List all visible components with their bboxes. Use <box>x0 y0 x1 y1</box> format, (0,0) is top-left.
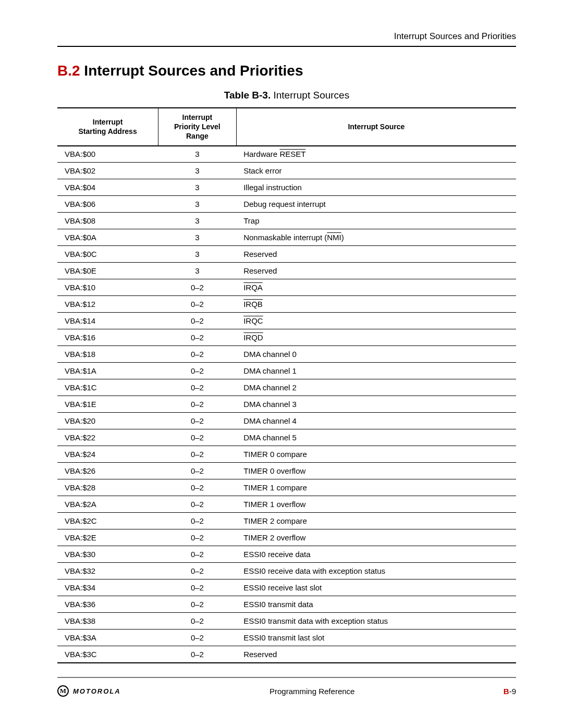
cell-address: VBA:$16 <box>57 329 158 346</box>
cell-source: ESSI0 transmit data <box>236 596 516 613</box>
cell-source: ESSI0 receive data <box>236 546 516 563</box>
cell-priority: 3 <box>158 179 237 196</box>
cell-priority: 0–2 <box>158 479 237 496</box>
table-row: VBA:$2C0–2TIMER 2 compare <box>57 513 516 529</box>
table-row: VBA:$100–2IRQA <box>57 279 516 296</box>
cell-address: VBA:$1E <box>57 396 158 413</box>
cell-source: Reserved <box>236 263 516 279</box>
col-header-address: Interrupt Starting Address <box>57 108 158 146</box>
cell-address: VBA:$36 <box>57 596 158 613</box>
table-row: VBA:$3C0–2Reserved <box>57 646 516 663</box>
cell-priority: 0–2 <box>158 346 237 363</box>
table-row: VBA:$0A3Nonmaskable interrupt (NMI) <box>57 229 516 246</box>
table-row: VBA:$1A0–2DMA channel 1 <box>57 363 516 379</box>
col-header-priority: Interrupt Priority Level Range <box>158 108 237 146</box>
cell-source: Reserved <box>236 646 516 663</box>
cell-priority: 0–2 <box>158 646 237 663</box>
cell-address: VBA:$04 <box>57 179 158 196</box>
cell-address: VBA:$2E <box>57 529 158 546</box>
cell-address: VBA:$1C <box>57 379 158 396</box>
cell-priority: 3 <box>158 146 237 163</box>
page-footer: M MOTOROLA Programming Reference B-9 <box>57 677 516 697</box>
header-rule <box>57 46 516 47</box>
cell-address: VBA:$00 <box>57 146 158 163</box>
cell-address: VBA:$08 <box>57 213 158 229</box>
cell-priority: 0–2 <box>158 596 237 613</box>
cell-address: VBA:$1A <box>57 363 158 379</box>
table-row: VBA:$320–2ESSI0 receive data with except… <box>57 563 516 579</box>
cell-source: Illegal instruction <box>236 179 516 196</box>
table-row: VBA:$300–2ESSI0 receive data <box>57 546 516 563</box>
cell-address: VBA:$28 <box>57 479 158 496</box>
table-row: VBA:$063Debug request interrupt <box>57 196 516 213</box>
overline-signal: NMI <box>327 233 341 242</box>
table-row: VBA:$240–2TIMER 0 compare <box>57 446 516 463</box>
table-row: VBA:$220–2DMA channel 5 <box>57 429 516 446</box>
cell-source: TIMER 1 overflow <box>236 496 516 513</box>
cell-address: VBA:$2A <box>57 496 158 513</box>
table-row: VBA:$2A0–2TIMER 1 overflow <box>57 496 516 513</box>
cell-priority: 0–2 <box>158 579 237 596</box>
cell-priority: 3 <box>158 246 237 263</box>
cell-source: TIMER 1 compare <box>236 479 516 496</box>
cell-source: IRQC <box>236 313 516 329</box>
cell-source: ESSI0 receive last slot <box>236 579 516 596</box>
cell-source: IRQB <box>236 296 516 313</box>
cell-address: VBA:$14 <box>57 313 158 329</box>
interrupt-sources-table: Interrupt Starting Address Interrupt Pri… <box>57 107 516 663</box>
cell-source: ESSI0 transmit data with exception statu… <box>236 613 516 630</box>
table-row: VBA:$280–2TIMER 1 compare <box>57 479 516 496</box>
table-row: VBA:$140–2IRQC <box>57 313 516 329</box>
cell-address: VBA:$10 <box>57 279 158 296</box>
table-row: VBA:$2E0–2TIMER 2 overflow <box>57 529 516 546</box>
cell-source: Reserved <box>236 246 516 263</box>
brand-wordmark: MOTOROLA <box>73 687 121 695</box>
cell-address: VBA:$30 <box>57 546 158 563</box>
cell-priority: 0–2 <box>158 630 237 646</box>
cell-priority: 0–2 <box>158 463 237 479</box>
table-body: VBA:$003Hardware RESETVBA:$023Stack erro… <box>57 146 516 663</box>
table-row: VBA:$1E0–2DMA channel 3 <box>57 396 516 413</box>
footer-title: Programming Reference <box>121 687 504 696</box>
table-row: VBA:$0C3Reserved <box>57 246 516 263</box>
table-row: VBA:$180–2DMA channel 0 <box>57 346 516 363</box>
table-row: VBA:$160–2IRQD <box>57 329 516 346</box>
cell-source: ESSI0 receive data with exception status <box>236 563 516 579</box>
cell-address: VBA:$12 <box>57 296 158 313</box>
cell-source: TIMER 0 overflow <box>236 463 516 479</box>
overline-signal: IRQC <box>243 316 263 325</box>
cell-source: ESSI0 transmit last slot <box>236 630 516 646</box>
cell-address: VBA:$0E <box>57 263 158 279</box>
cell-priority: 0–2 <box>158 496 237 513</box>
cell-priority: 0–2 <box>158 529 237 546</box>
cell-priority: 0–2 <box>158 513 237 529</box>
cell-address: VBA:$0A <box>57 229 158 246</box>
cell-priority: 3 <box>158 229 237 246</box>
cell-priority: 0–2 <box>158 363 237 379</box>
motorola-logo-icon: M <box>57 685 69 697</box>
cell-source: DMA channel 0 <box>236 346 516 363</box>
cell-source: Trap <box>236 213 516 229</box>
overline-signal: IRQA <box>243 283 263 292</box>
cell-priority: 0–2 <box>158 613 237 630</box>
cell-priority: 0–2 <box>158 563 237 579</box>
cell-priority: 0–2 <box>158 429 237 446</box>
cell-source: TIMER 2 overflow <box>236 529 516 546</box>
table-row: VBA:$340–2ESSI0 receive last slot <box>57 579 516 596</box>
cell-address: VBA:$2C <box>57 513 158 529</box>
page: Interrupt Sources and Priorities B.2 Int… <box>0 0 563 728</box>
cell-address: VBA:$26 <box>57 463 158 479</box>
cell-address: VBA:$06 <box>57 196 158 213</box>
cell-source: DMA channel 3 <box>236 396 516 413</box>
overline-signal: IRQD <box>243 333 263 342</box>
table-row: VBA:$360–2ESSI0 transmit data <box>57 596 516 613</box>
overline-signal: RESET <box>279 150 305 158</box>
table-row: VBA:$200–2DMA channel 4 <box>57 413 516 429</box>
cell-priority: 0–2 <box>158 379 237 396</box>
cell-address: VBA:$0C <box>57 246 158 263</box>
cell-source: DMA channel 5 <box>236 429 516 446</box>
cell-priority: 3 <box>158 213 237 229</box>
cell-source: Debug request interrupt <box>236 196 516 213</box>
cell-priority: 0–2 <box>158 396 237 413</box>
table-row: VBA:$380–2ESSI0 transmit data with excep… <box>57 613 516 630</box>
